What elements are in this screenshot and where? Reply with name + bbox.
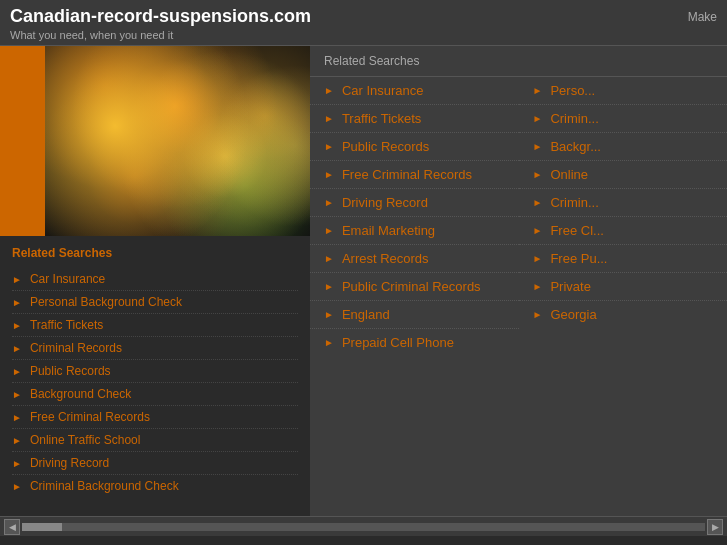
right-item-label: Online <box>550 167 588 182</box>
left-sidebar: Related Searches ► Car Insurance► Person… <box>0 46 310 516</box>
right-col2: ► Perso...► Crimin...► Backgr...► Online… <box>519 77 728 356</box>
right-arrow-icon: ► <box>324 225 334 236</box>
right-list-item[interactable]: ► Private <box>519 273 728 301</box>
right-arrow-icon: ► <box>324 197 334 208</box>
left-list-item[interactable]: ► Criminal Records <box>12 337 298 360</box>
right-list-item[interactable]: ► Traffic Tickets <box>310 105 519 133</box>
right-list-item[interactable]: ► Driving Record <box>310 189 519 217</box>
right-list-item[interactable]: ► Public Records <box>310 133 519 161</box>
right-item-label: Arrest Records <box>342 251 429 266</box>
right-arrow-icon: ► <box>324 85 334 96</box>
left-items-container: ► Car Insurance► Personal Background Che… <box>12 268 298 497</box>
scroll-track[interactable] <box>22 523 705 531</box>
right-arrow-icon: ► <box>324 309 334 320</box>
top-bar-right: Make <box>688 6 717 24</box>
right-arrow-icon: ► <box>324 169 334 180</box>
right-panel: Related Searches ► Car Insurance► Traffi… <box>310 46 727 516</box>
hero-orange-bar <box>0 46 45 236</box>
right-arrow-icon: ► <box>324 337 334 348</box>
right-item-label: Crimin... <box>550 111 598 126</box>
left-list-item[interactable]: ► Traffic Tickets <box>12 314 298 337</box>
right-arrow-icon: ► <box>533 141 543 152</box>
right-item-label: Traffic Tickets <box>342 111 421 126</box>
right-arrow-icon: ► <box>533 197 543 208</box>
left-related-searches: Related Searches ► Car Insurance► Person… <box>0 236 310 507</box>
left-list-item[interactable]: ► Background Check <box>12 383 298 406</box>
right-arrow-icon: ► <box>533 281 543 292</box>
right-col1: ► Car Insurance► Traffic Tickets► Public… <box>310 77 519 356</box>
right-list-item[interactable]: ► Perso... <box>519 77 728 105</box>
right-item-label: Private <box>550 279 590 294</box>
left-item-label: Free Criminal Records <box>30 410 150 424</box>
left-item-label: Traffic Tickets <box>30 318 103 332</box>
right-list-item[interactable]: ► Car Insurance <box>310 77 519 105</box>
hero-image <box>0 46 310 236</box>
left-list-item[interactable]: ► Online Traffic School <box>12 429 298 452</box>
right-arrow-icon: ► <box>324 113 334 124</box>
right-item-label: Email Marketing <box>342 223 435 238</box>
right-list-item[interactable]: ► Backgr... <box>519 133 728 161</box>
left-item-label: Personal Background Check <box>30 295 182 309</box>
right-item-label: Public Criminal Records <box>342 279 481 294</box>
right-arrow-icon: ► <box>324 253 334 264</box>
right-item-label: Driving Record <box>342 195 428 210</box>
right-item-label: Free Pu... <box>550 251 607 266</box>
right-arrow-icon: ► <box>324 141 334 152</box>
right-arrow-icon: ► <box>533 85 543 96</box>
right-columns: ► Car Insurance► Traffic Tickets► Public… <box>310 77 727 356</box>
right-list-item[interactable]: ► Email Marketing <box>310 217 519 245</box>
scroll-left-btn[interactable]: ◀ <box>4 519 20 535</box>
left-arrow-icon: ► <box>12 343 22 354</box>
left-arrow-icon: ► <box>12 274 22 285</box>
right-list-item[interactable]: ► England <box>310 301 519 329</box>
right-list-item[interactable]: ► Crimin... <box>519 189 728 217</box>
right-list-item[interactable]: ► Georgia <box>519 301 728 328</box>
hero-bokeh <box>45 46 310 236</box>
right-item-label: Georgia <box>550 307 596 322</box>
left-item-label: Public Records <box>30 364 111 378</box>
right-item-label: Prepaid Cell Phone <box>342 335 454 350</box>
left-arrow-icon: ► <box>12 481 22 492</box>
left-item-label: Criminal Records <box>30 341 122 355</box>
right-list-item[interactable]: ► Free Criminal Records <box>310 161 519 189</box>
left-arrow-icon: ► <box>12 412 22 423</box>
right-list-item[interactable]: ► Prepaid Cell Phone <box>310 329 519 356</box>
site-subtitle: What you need, when you need it <box>10 29 311 41</box>
right-arrow-icon: ► <box>533 309 543 320</box>
right-list-item[interactable]: ► Free Cl... <box>519 217 728 245</box>
left-list-item[interactable]: ► Driving Record <box>12 452 298 475</box>
left-related-title: Related Searches <box>12 246 298 260</box>
left-item-label: Background Check <box>30 387 131 401</box>
scroll-thumb <box>22 523 62 531</box>
left-item-label: Criminal Background Check <box>30 479 179 493</box>
right-list-item[interactable]: ► Online <box>519 161 728 189</box>
right-list-item[interactable]: ► Arrest Records <box>310 245 519 273</box>
scroll-right-btn[interactable]: ▶ <box>707 519 723 535</box>
right-list-item[interactable]: ► Crimin... <box>519 105 728 133</box>
right-arrow-icon: ► <box>533 169 543 180</box>
right-item-label: Public Records <box>342 139 429 154</box>
left-arrow-icon: ► <box>12 297 22 308</box>
left-arrow-icon: ► <box>12 435 22 446</box>
right-item-label: Crimin... <box>550 195 598 210</box>
left-arrow-icon: ► <box>12 366 22 377</box>
bottom-scroll-bar: ◀ ▶ <box>0 516 727 536</box>
top-bar: Canadian-record-suspensions.com What you… <box>0 0 727 46</box>
left-list-item[interactable]: ► Personal Background Check <box>12 291 298 314</box>
left-arrow-icon: ► <box>12 320 22 331</box>
left-item-label: Car Insurance <box>30 272 105 286</box>
right-item-label: Backgr... <box>550 139 601 154</box>
right-item-label: Perso... <box>550 83 595 98</box>
right-list-item[interactable]: ► Free Pu... <box>519 245 728 273</box>
left-list-item[interactable]: ► Criminal Background Check <box>12 475 298 497</box>
left-list-item[interactable]: ► Free Criminal Records <box>12 406 298 429</box>
right-arrow-icon: ► <box>533 253 543 264</box>
right-arrow-icon: ► <box>533 113 543 124</box>
right-list-item[interactable]: ► Public Criminal Records <box>310 273 519 301</box>
right-arrow-icon: ► <box>533 225 543 236</box>
left-list-item[interactable]: ► Public Records <box>12 360 298 383</box>
left-list-item[interactable]: ► Car Insurance <box>12 268 298 291</box>
right-item-label: Free Cl... <box>550 223 603 238</box>
left-item-label: Online Traffic School <box>30 433 141 447</box>
left-item-label: Driving Record <box>30 456 109 470</box>
